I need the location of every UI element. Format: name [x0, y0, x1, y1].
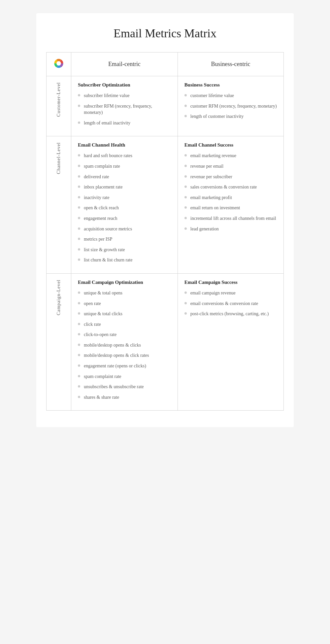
metric-item-col2-2-2: post-click metrics (browsing, carting, e…	[184, 311, 277, 317]
row-label-2: Campaign-Level	[47, 273, 71, 411]
content-cell-col1-2: Email Campaign Optimizationunique & tota…	[71, 273, 178, 411]
section-title-col1-2: Email Campaign Optimization	[78, 280, 171, 285]
metric-item-col1-2-4: click-to-open rate	[78, 331, 171, 338]
row-label-text-1: Channel-Level	[56, 142, 61, 174]
section-title-col1-1: Email Channel Health	[78, 142, 171, 148]
matrix-table: Email-centric Business-centric Customer-…	[46, 52, 284, 411]
section-title-col2-0: Business Success	[184, 82, 277, 88]
metric-item-col1-2-8: spam complaint rate	[78, 373, 171, 380]
metric-item-col1-2-5: mobile/desktop opens & clicks	[78, 342, 171, 349]
row-label-text-2: Campaign-Level	[56, 280, 61, 315]
page-title: Email Metrics Matrix	[46, 26, 284, 40]
metric-item-col1-1-4: inactivity rate	[78, 194, 171, 201]
content-cell-col2-1: Email Channel Successemail marketing rev…	[178, 136, 283, 274]
metric-item-col1-2-3: click rate	[78, 321, 171, 328]
page-container: Email Metrics Matrix	[36, 13, 294, 427]
metric-item-col1-2-9: unsubscribes & unsubscribe rate	[78, 384, 171, 390]
metric-item-col2-1-3: sales conversions & conversion rate	[184, 184, 277, 190]
metric-item-col2-1-2: revenue per subscriber	[184, 174, 277, 180]
metric-item-col1-0-2: length of email inactivity	[78, 120, 171, 126]
metric-item-col2-1-5: email return on investment	[184, 205, 277, 211]
metric-item-col1-1-2: delivered rate	[78, 174, 171, 180]
content-cell-col2-0: Business Successcustomer lifetime valuec…	[178, 76, 283, 136]
metric-item-col2-0-0: customer lifetime value	[184, 92, 277, 99]
metric-item-col1-1-10: list churn & list churn rate	[78, 257, 171, 263]
section-title-col2-1: Email Channel Success	[184, 142, 277, 148]
metric-item-col1-1-7: acquisition source metrics	[78, 226, 171, 232]
metric-item-col2-2-1: email conversions & conversion rate	[184, 300, 277, 307]
section-title-col1-0: Subscriber Optimization	[78, 82, 171, 88]
svg-point-1	[56, 61, 61, 66]
metric-item-col1-2-0: unique & total opens	[78, 290, 171, 296]
metric-item-col1-1-3: inbox placement rate	[78, 184, 171, 190]
metric-item-col1-2-1: open rate	[78, 300, 171, 307]
metric-item-col1-2-10: shares & share rate	[78, 394, 171, 401]
row-label-text-0: Customer-Level	[56, 82, 61, 117]
metric-item-col1-1-5: open & click reach	[78, 205, 171, 211]
header-icon-cell	[47, 52, 71, 76]
section-title-col2-2: Email Campaign Success	[184, 280, 277, 285]
metric-item-col2-0-1: customer RFM (recency, frequency, moneta…	[184, 103, 277, 110]
metric-item-col1-0-1: subscriber RFM (recency, frequency, mone…	[78, 103, 171, 116]
content-cell-col2-2: Email Campaign Successemail campaign rev…	[178, 273, 283, 411]
metric-item-col1-1-1: spam complain rate	[78, 163, 171, 170]
content-cell-col1-0: Subscriber Optimizationsubscriber lifeti…	[71, 76, 178, 136]
metric-item-col2-0-2: length of customer inactivity	[184, 113, 277, 120]
metric-item-col1-2-6: mobile/desktop opens & click rates	[78, 352, 171, 359]
row-label-1: Channel-Level	[47, 136, 71, 274]
header-col2: Business-centric	[178, 52, 283, 76]
metric-item-col2-1-4: email marketing profit	[184, 194, 277, 201]
content-cell-col1-1: Email Channel Healthhard and soft bounce…	[71, 136, 178, 274]
color-wheel-icon	[53, 58, 64, 69]
row-label-0: Customer-Level	[47, 76, 71, 136]
metric-item-col1-1-8: metrics per ISP	[78, 236, 171, 243]
metric-item-col2-1-6: incremental lift across all channels fro…	[184, 215, 277, 222]
metric-item-col1-0-0: subscriber lifetime value	[78, 92, 171, 99]
metric-item-col1-2-7: engagement rate (opens or clicks)	[78, 363, 171, 369]
metric-item-col1-1-9: list size & growth rate	[78, 247, 171, 253]
metric-item-col1-2-2: unique & total clicks	[78, 311, 171, 317]
metric-item-col2-1-7: lead generation	[184, 226, 277, 232]
metric-item-col2-1-1: revenue per email	[184, 163, 277, 170]
metric-item-col2-1-0: email marketing revenue	[184, 153, 277, 159]
metric-item-col2-2-0: email campaign revenue	[184, 290, 277, 296]
metric-item-col1-1-6: engagement reach	[78, 215, 171, 222]
metric-item-col1-1-0: hard and soft bounce rates	[78, 153, 171, 159]
header-col1: Email-centric	[71, 52, 178, 76]
